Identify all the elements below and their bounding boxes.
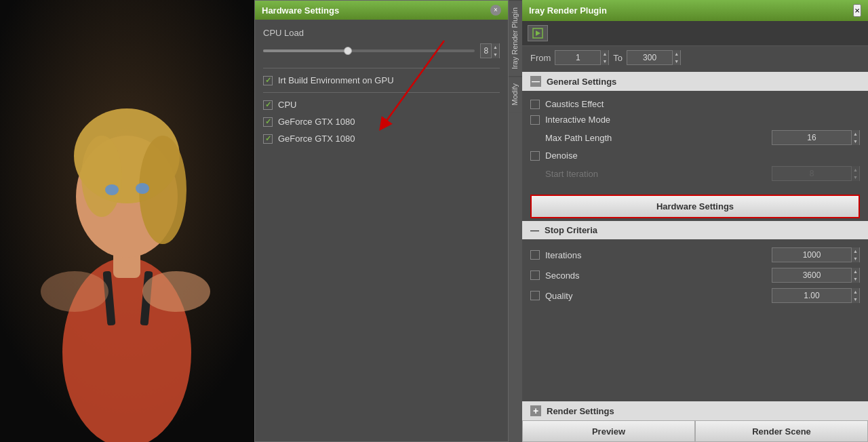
cpu-load-spinbox-arrows[interactable]: ▲ ▼ bbox=[491, 43, 499, 58]
gpu1-label: GeForce GTX 1080 bbox=[278, 117, 355, 127]
preview-button[interactable]: Preview bbox=[522, 420, 695, 442]
from-value: 1 bbox=[555, 53, 600, 62]
interactive-mode-checkbox[interactable] bbox=[530, 115, 540, 125]
vertical-tab-strip: Iray Render Plugin Modify bbox=[509, 0, 522, 442]
quality-up-arrow[interactable]: ▲ bbox=[852, 288, 859, 296]
start-iteration-arrows: ▲ ▼ bbox=[851, 166, 859, 181]
iterations-down-arrow[interactable]: ▼ bbox=[852, 255, 859, 262]
iterations-checkbox[interactable] bbox=[530, 250, 540, 260]
denoise-row: Denoise bbox=[530, 150, 860, 161]
character-svg bbox=[0, 0, 254, 442]
slider-thumb[interactable] bbox=[344, 47, 352, 55]
to-arrows[interactable]: ▲ ▼ bbox=[672, 50, 680, 65]
svg-marker-16 bbox=[536, 31, 540, 36]
hardware-settings-button[interactable]: Hardware Settings bbox=[530, 195, 860, 218]
iterations-up-arrow[interactable]: ▲ bbox=[852, 247, 859, 255]
seconds-arrows[interactable]: ▲ ▼ bbox=[851, 268, 859, 283]
render-to-image-button[interactable] bbox=[528, 25, 548, 41]
hardware-settings-panel: Hardware Settings × CPU Load 8 ▲ ▼ Irt B… bbox=[254, 0, 509, 442]
denoise-checkbox[interactable] bbox=[530, 151, 540, 161]
caustics-label: Caustics Effect bbox=[545, 99, 860, 109]
svg-point-6 bbox=[81, 136, 122, 217]
general-settings-area: Caustics Effect Interactive Mode Max Pat… bbox=[522, 94, 868, 192]
cpu-load-down-arrow[interactable]: ▼ bbox=[492, 51, 499, 58]
hw-settings-title: Hardware Settings bbox=[262, 5, 339, 16]
vertical-tab-modify[interactable]: Modify bbox=[509, 76, 522, 112]
quality-arrows[interactable]: ▲ ▼ bbox=[851, 288, 859, 303]
max-path-down-arrow[interactable]: ▼ bbox=[852, 138, 859, 145]
iray-header: Iray Render Plugin × bbox=[522, 0, 868, 21]
from-spinbox[interactable]: 1 ▲ ▼ bbox=[555, 50, 609, 65]
caustics-checkbox[interactable] bbox=[530, 100, 540, 109]
cpu-checkbox[interactable] bbox=[263, 100, 273, 110]
general-settings-header[interactable]: — General Settings bbox=[522, 72, 868, 91]
irt-build-row: Irt Build Environment on GPU bbox=[263, 75, 500, 85]
cpu-label: CPU bbox=[278, 100, 296, 110]
quality-label: Quality bbox=[545, 291, 766, 301]
slider-fill bbox=[263, 49, 348, 52]
quality-checkbox[interactable] bbox=[530, 291, 540, 300]
to-spinbox[interactable]: 300 ▲ ▼ bbox=[627, 50, 681, 65]
vertical-tab-iray-render-plugin[interactable]: Iray Render Plugin bbox=[509, 0, 522, 76]
quality-down-arrow[interactable]: ▼ bbox=[852, 296, 859, 303]
to-value: 300 bbox=[627, 53, 672, 62]
render-settings-footer: + Render Settings bbox=[522, 401, 868, 420]
gpu2-row: GeForce GTX 1080 bbox=[263, 134, 500, 144]
caustics-row: Caustics Effect bbox=[530, 99, 860, 109]
iterations-value: 1000 bbox=[772, 250, 851, 260]
start-iteration-label: Start Iteration bbox=[530, 169, 766, 179]
max-path-spinbox[interactable]: 16 ▲ ▼ bbox=[772, 130, 860, 145]
cpu-load-up-arrow[interactable]: ▲ bbox=[492, 43, 499, 51]
from-up-arrow[interactable]: ▲ bbox=[601, 50, 608, 58]
iray-toolbar bbox=[522, 21, 868, 46]
max-path-length-row: Max Path Length 16 ▲ ▼ bbox=[530, 130, 860, 145]
render-scene-button[interactable]: Render Scene bbox=[695, 420, 868, 442]
divider-2 bbox=[263, 92, 500, 93]
hw-settings-close-button[interactable]: × bbox=[490, 5, 501, 16]
stop-criteria-collapse[interactable]: — bbox=[530, 225, 539, 235]
irt-build-checkbox[interactable] bbox=[263, 76, 273, 85]
from-down-arrow[interactable]: ▼ bbox=[601, 58, 608, 65]
cpu-load-slider-track[interactable] bbox=[263, 49, 475, 52]
stop-criteria-area: Iterations 1000 ▲ ▼ Seconds 3600 ▲ ▼ bbox=[522, 242, 868, 314]
cpu-load-label: CPU Load bbox=[263, 28, 500, 38]
start-iter-up-arrow: ▲ bbox=[852, 166, 859, 174]
max-path-arrows[interactable]: ▲ ▼ bbox=[851, 130, 859, 145]
to-down-arrow[interactable]: ▼ bbox=[673, 58, 680, 65]
to-label: To bbox=[613, 53, 623, 63]
stop-criteria-label: Stop Criteria bbox=[545, 225, 597, 235]
seconds-checkbox[interactable] bbox=[530, 270, 540, 280]
start-iteration-row: Start Iteration 8 ▲ ▼ bbox=[530, 166, 860, 181]
stop-criteria-header[interactable]: — Stop Criteria bbox=[522, 221, 868, 239]
gpu1-row: GeForce GTX 1080 bbox=[263, 117, 500, 127]
seconds-value: 3600 bbox=[772, 270, 851, 280]
gpu1-checkbox[interactable] bbox=[263, 117, 273, 127]
iterations-label: Iterations bbox=[545, 250, 766, 260]
seconds-up-arrow[interactable]: ▲ bbox=[852, 268, 859, 275]
render-settings-label: Render Settings bbox=[547, 406, 614, 416]
seconds-down-arrow[interactable]: ▼ bbox=[852, 275, 859, 283]
svg-point-11 bbox=[142, 271, 210, 312]
denoise-label: Denoise bbox=[545, 150, 860, 161]
interactive-mode-label: Interactive Mode bbox=[545, 115, 860, 125]
iterations-arrows[interactable]: ▲ ▼ bbox=[851, 247, 859, 262]
render-settings-add-button[interactable]: + bbox=[530, 405, 541, 416]
start-iteration-value: 8 bbox=[772, 169, 851, 178]
max-path-up-arrow[interactable]: ▲ bbox=[852, 130, 859, 138]
start-iteration-spinbox: 8 ▲ ▼ bbox=[772, 166, 860, 181]
general-settings-collapse[interactable]: — bbox=[530, 76, 541, 87]
iray-close-button[interactable]: × bbox=[853, 4, 861, 17]
max-path-value: 16 bbox=[772, 133, 851, 142]
quality-spinbox[interactable]: 1.00 ▲ ▼ bbox=[772, 288, 860, 303]
gpu2-checkbox[interactable] bbox=[263, 134, 273, 144]
seconds-label: Seconds bbox=[545, 270, 766, 281]
seconds-row: Seconds 3600 ▲ ▼ bbox=[530, 268, 860, 283]
iterations-spinbox[interactable]: 1000 ▲ ▼ bbox=[772, 247, 860, 262]
irt-build-label: Irt Build Environment on GPU bbox=[278, 75, 394, 85]
interactive-mode-row: Interactive Mode bbox=[530, 115, 860, 125]
seconds-spinbox[interactable]: 3600 ▲ ▼ bbox=[772, 268, 860, 283]
from-arrows[interactable]: ▲ ▼ bbox=[600, 50, 608, 65]
to-up-arrow[interactable]: ▲ bbox=[673, 50, 680, 58]
cpu-load-spinbox[interactable]: 8 ▲ ▼ bbox=[480, 43, 500, 58]
quality-row: Quality 1.00 ▲ ▼ bbox=[530, 288, 860, 303]
